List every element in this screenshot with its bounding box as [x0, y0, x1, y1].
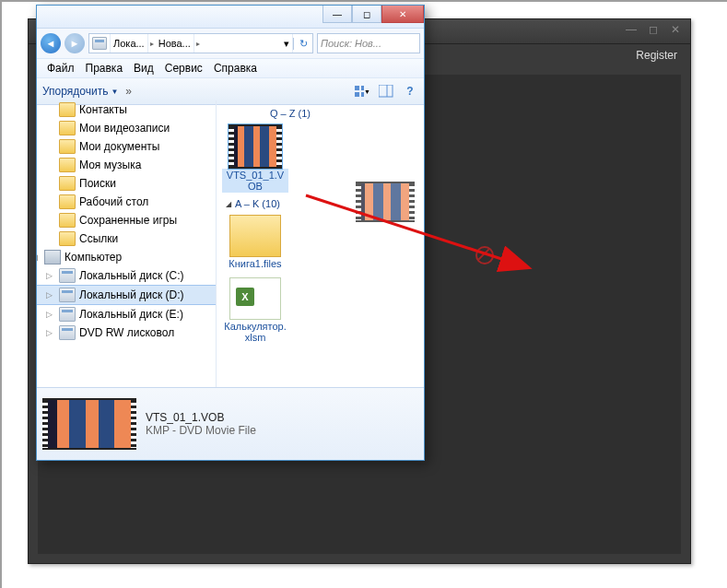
menu-view[interactable]: Вид: [129, 61, 158, 76]
folder-icon: [59, 194, 76, 209]
nav-tree[interactable]: Контакты Мои видеозаписи Мои документы М…: [37, 100, 217, 399]
details-filename: VTS_01_1.VOB: [146, 411, 256, 424]
tree-item-contacts[interactable]: Контакты: [37, 100, 216, 119]
chevron-down-icon: ▼: [111, 88, 118, 96]
tree-item-links[interactable]: Ссылки: [37, 229, 216, 248]
tree-item-searches[interactable]: Поиски: [37, 174, 216, 193]
details-filetype: KMP - DVD Movie File: [146, 424, 256, 437]
tree-item-computer[interactable]: ◢Компьютер: [37, 248, 216, 266]
folder-thumbnail-icon: [229, 215, 281, 257]
svg-rect-0: [355, 86, 359, 90]
svg-rect-2: [355, 92, 359, 97]
content-pane[interactable]: Q – Z (1) VTS_01_1.VOB ◢A – K (10) Книга…: [217, 100, 424, 399]
file-item-xlsm[interactable]: Калькулятор.xlsm: [222, 277, 288, 344]
minimize-button[interactable]: —: [322, 6, 352, 23]
address-bar[interactable]: Лока...▸ Нова...▸ ▾ ↻: [88, 33, 313, 53]
video-thumbnail-icon: [229, 124, 282, 169]
folder-icon: [59, 231, 76, 246]
folder-icon: [59, 102, 76, 117]
tree-item-savedgames[interactable]: Сохраненные игры: [37, 211, 216, 229]
register-link[interactable]: Register: [636, 49, 677, 62]
tree-drive-e[interactable]: ▷Локальный диск (E:): [37, 305, 216, 323]
menu-file[interactable]: Файл: [42, 61, 79, 76]
expand-icon[interactable]: ▷: [46, 310, 55, 319]
file-label: Калькулятор.xlsm: [222, 320, 288, 344]
menu-help[interactable]: Справка: [209, 61, 262, 76]
excel-thumbnail-icon: [229, 277, 281, 320]
folder-icon: [59, 176, 76, 191]
group-header-ak[interactable]: ◢A – K (10): [220, 196, 420, 211]
maximize-button[interactable]: ◻: [352, 6, 381, 23]
expand-icon[interactable]: ▷: [46, 328, 55, 337]
back-button[interactable]: ◄: [41, 33, 61, 53]
toolbar-overflow[interactable]: »: [125, 85, 132, 98]
menu-tools[interactable]: Сервис: [160, 61, 207, 76]
address-dropdown[interactable]: ▾: [281, 34, 293, 53]
drive-icon: [92, 37, 107, 50]
nav-row: ◄ ► Лока...▸ Нова...▸ ▾ ↻ Поиск: Нов...: [37, 29, 424, 59]
tree-item-music[interactable]: Моя музыка: [37, 156, 216, 174]
drive-icon: [59, 268, 76, 283]
collapse-icon[interactable]: ◢: [226, 200, 231, 208]
close-button[interactable]: ✕: [381, 6, 424, 23]
dark-maximize-button[interactable]: ◻: [642, 21, 664, 38]
computer-icon: [44, 250, 61, 265]
tree-item-documents[interactable]: Мои документы: [37, 137, 216, 156]
drive-icon: [59, 307, 76, 322]
breadcrumb-2[interactable]: Нова...: [156, 34, 194, 53]
drive-icon: [59, 325, 76, 340]
breadcrumb-1[interactable]: Лока...: [111, 34, 148, 53]
file-label: Книга1.files: [227, 257, 283, 270]
group-header-qz[interactable]: Q – Z (1): [220, 106, 420, 121]
folder-icon: [59, 213, 76, 228]
expand-icon[interactable]: ▷: [46, 271, 55, 280]
titlebar[interactable]: — ◻ ✕: [37, 6, 424, 29]
explorer-window: — ◻ ✕ ◄ ► Лока...▸ Нова...▸ ▾ ↻ Поиск: Н…: [36, 5, 425, 461]
view-options-button[interactable]: ▼: [354, 83, 370, 100]
folder-icon: [59, 121, 76, 135]
tree-drive-dvd[interactable]: ▷DVD RW лисковол: [37, 323, 216, 342]
folder-icon: [59, 139, 76, 154]
file-item-vob[interactable]: VTS_01_1.VOB: [222, 124, 288, 193]
search-placeholder: Поиск: Нов...: [321, 38, 381, 49]
file-label: VTS_01_1.VOB: [222, 169, 288, 193]
menu-bar: Файл Правка Вид Сервис Справка: [37, 59, 424, 78]
refresh-button[interactable]: ↻: [293, 38, 312, 50]
svg-rect-4: [379, 85, 393, 97]
search-input[interactable]: Поиск: Нов...: [317, 33, 420, 53]
dark-close-button[interactable]: ✕: [664, 21, 686, 38]
folder-item[interactable]: Книга1.files: [222, 215, 288, 270]
tree-item-desktop[interactable]: Рабочий стол: [37, 193, 216, 211]
organize-button[interactable]: Упорядочить ▼: [42, 85, 118, 98]
expand-icon[interactable]: ▷: [46, 290, 55, 300]
details-thumbnail-icon: [42, 398, 136, 450]
folder-icon: [59, 158, 76, 172]
preview-pane-button[interactable]: [378, 83, 394, 100]
collapse-icon[interactable]: ◢: [37, 253, 41, 262]
tree-drive-d[interactable]: ▷Локальный диск (D:): [37, 285, 216, 305]
tree-drive-c[interactable]: ▷Локальный диск (C:): [37, 266, 216, 285]
details-pane: VTS_01_1.VOB KMP - DVD Movie File: [37, 387, 424, 460]
forward-button[interactable]: ►: [64, 33, 85, 53]
menu-edit[interactable]: Правка: [81, 61, 128, 76]
drive-icon: [59, 288, 76, 302]
dark-minimize-button[interactable]: —: [620, 21, 642, 38]
tree-item-videos[interactable]: Мои видеозаписи: [37, 119, 216, 137]
help-button[interactable]: ?: [402, 83, 418, 100]
